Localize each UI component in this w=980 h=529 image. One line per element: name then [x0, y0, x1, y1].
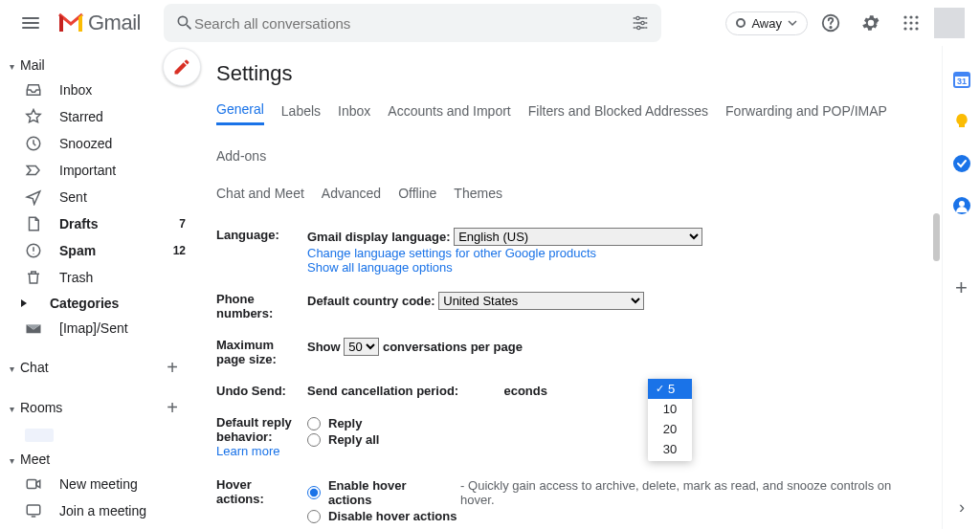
disable-hover-radio[interactable]	[307, 510, 321, 523]
setting-language: Language: Gmail display language: Englis…	[216, 222, 926, 286]
calendar-app-button[interactable]: 31	[951, 69, 972, 90]
page-size-show: Show	[307, 340, 341, 354]
display-language-label: Gmail display language:	[307, 230, 451, 244]
tab-advanced[interactable]: Advanced	[322, 180, 381, 207]
apps-grid-icon	[902, 14, 920, 32]
pencil-icon	[172, 57, 191, 77]
search-bar[interactable]	[164, 4, 661, 42]
svg-point-6	[909, 15, 912, 18]
country-code-label: Default country code:	[307, 294, 435, 308]
enable-hover-label: Enable hover actions	[328, 478, 453, 507]
main-menu-button[interactable]	[8, 0, 54, 46]
sidebar-item-drafts[interactable]: Drafts7	[0, 210, 201, 237]
apps-button[interactable]	[894, 6, 928, 40]
svg-point-13	[915, 27, 918, 30]
tab-themes[interactable]: Themes	[454, 180, 502, 207]
add-app-button[interactable]: +	[951, 277, 972, 298]
tab-forwarding-and-pop-imap[interactable]: Forwarding and POP/IMAP	[725, 98, 887, 124]
sidebar-section-chat[interactable]: ▾Chat +	[0, 350, 201, 385]
tab-filters-and-blocked-addresses[interactable]: Filters and Blocked Addresses	[528, 98, 708, 124]
contacts-app-button[interactable]	[951, 195, 972, 216]
tasks-app-button[interactable]	[951, 153, 972, 174]
keep-app-button[interactable]	[951, 111, 972, 132]
setting-undo-send: Undo Send: Send cancellation period: eco…	[216, 378, 926, 409]
svg-point-23	[959, 201, 965, 207]
status-dot-icon	[736, 18, 746, 28]
undo-option-30[interactable]: 30	[648, 439, 692, 459]
rooms-add-button[interactable]: +	[159, 394, 186, 421]
sidebar-item-categories[interactable]: Categories	[0, 291, 201, 316]
sidebar-item-sent[interactable]: Sent	[0, 184, 201, 210]
page-size-label: Maximum page size:	[216, 338, 307, 366]
svg-point-7	[915, 15, 918, 18]
sidebar-section-rooms[interactable]: ▾Rooms +	[0, 390, 201, 425]
sidebar-item-label: Snoozed	[59, 136, 186, 151]
sidebar-chat-label: Chat	[20, 360, 49, 375]
svg-point-11	[903, 27, 906, 30]
undo-send-dropdown[interactable]: ✓ 5102030	[648, 379, 692, 461]
gear-icon	[860, 12, 881, 33]
undo-option-10[interactable]: 10	[648, 399, 692, 419]
search-options-icon[interactable]	[631, 13, 650, 33]
room-item-placeholder[interactable]	[25, 429, 54, 442]
help-icon	[820, 12, 841, 33]
setting-phone: Phone numbers: Default country code: Uni…	[216, 286, 926, 332]
reply-all-option: Reply all	[328, 432, 379, 447]
tab-accounts-and-import[interactable]: Accounts and Import	[388, 98, 510, 124]
page-title: Settings	[216, 61, 926, 86]
meet-join-a-meeting[interactable]: Join a meeting	[0, 497, 201, 524]
enable-hover-radio[interactable]	[307, 486, 321, 499]
compose-button[interactable]	[163, 48, 201, 86]
show-all-languages-link[interactable]: Show all language options	[307, 260, 453, 275]
sidebar-item-trash[interactable]: Trash	[0, 264, 201, 291]
tab-labels[interactable]: Labels	[281, 98, 321, 124]
app-logo[interactable]: Gmail	[54, 11, 145, 35]
side-panel-collapse[interactable]: ›	[959, 497, 965, 518]
undo-option-20[interactable]: 20	[648, 419, 692, 439]
default-reply-label: Default reply behavior:	[216, 415, 292, 444]
sidebar-item-label: Starred	[59, 109, 186, 124]
sidebar-item-important[interactable]: Important	[0, 157, 201, 184]
sidebar-item-snoozed[interactable]: Snoozed	[0, 130, 201, 157]
spam-icon	[25, 242, 42, 259]
chat-add-button[interactable]: +	[159, 354, 186, 381]
account-avatar[interactable]	[934, 8, 965, 38]
hover-label: Hover actions:	[216, 477, 307, 524]
default-reply-learn[interactable]: Learn more	[216, 444, 279, 458]
sidebar-meet-label: Meet	[20, 452, 50, 467]
svg-point-2	[637, 26, 640, 29]
country-code-select[interactable]: United States	[438, 292, 644, 310]
help-button[interactable]	[813, 6, 848, 40]
svg-text:31: 31	[956, 77, 966, 86]
scrollbar-thumb[interactable]	[933, 213, 940, 261]
language-select[interactable]: English (US)	[454, 228, 702, 246]
sidebar-item-label: Drafts	[59, 216, 162, 231]
change-language-link[interactable]: Change language settings for other Googl…	[307, 246, 596, 260]
meet-new-meeting[interactable]: New meeting	[0, 471, 201, 497]
drafts-icon	[25, 215, 42, 232]
meet-item-label: Join a meeting	[59, 503, 186, 518]
page-size-select[interactable]: 50	[344, 338, 379, 356]
tab-offline[interactable]: Offline	[398, 180, 436, 207]
search-input[interactable]	[194, 15, 631, 32]
settings-button[interactable]	[854, 6, 888, 40]
settings-tabs-row2: Chat and MeetAdvancedOfflineThemes	[216, 170, 926, 214]
tab-general[interactable]: General	[216, 96, 264, 125]
sidebar-section-meet[interactable]: ▾Meet	[0, 448, 201, 471]
sidebar-rooms-label: Rooms	[20, 400, 62, 415]
sidebar-item--imap-sent[interactable]: [Imap]/Sent	[0, 316, 201, 341]
sidebar-item-starred[interactable]: Starred	[0, 103, 201, 130]
reply-radio[interactable]	[307, 417, 321, 430]
tasks-icon	[952, 154, 971, 173]
sidebar-item-spam[interactable]: Spam12	[0, 237, 201, 264]
tab-chat-and-meet[interactable]: Chat and Meet	[216, 180, 304, 207]
tab-inbox[interactable]: Inbox	[338, 98, 370, 124]
undo-option-5[interactable]: ✓ 5	[648, 379, 692, 399]
reply-all-radio[interactable]	[307, 433, 321, 447]
svg-point-0	[636, 16, 639, 19]
tab-add-ons[interactable]: Add-ons	[216, 143, 266, 169]
settings-tabs: GeneralLabelsInboxAccounts and ImportFil…	[216, 96, 926, 170]
gmail-icon	[57, 12, 84, 33]
status-pill[interactable]: Away	[725, 11, 808, 35]
sidebar-item-label: Important	[59, 163, 186, 178]
